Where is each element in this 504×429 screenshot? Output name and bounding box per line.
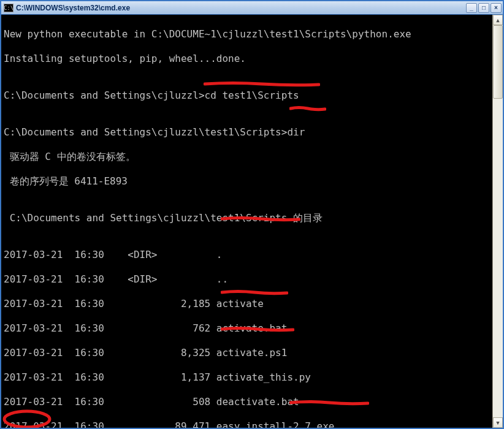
output-line: C:\Documents and Settings\cjluzzl\test1\… <box>4 212 503 224</box>
scroll-track[interactable] <box>493 25 503 417</box>
cmd-window: C:\ C:\WINDOWS\system32\cmd.exe _ □ × Ne… <box>0 0 504 429</box>
minimize-button[interactable]: _ <box>466 3 477 13</box>
window-controls: _ □ × <box>466 3 502 13</box>
scroll-down-button[interactable]: ▼ <box>493 417 503 428</box>
output-line: 2017-03-21 16:30 <DIR> .. <box>4 273 503 286</box>
cmd-icon: C:\ <box>4 4 13 12</box>
scroll-up-button[interactable]: ▲ <box>493 15 503 25</box>
output-line: 2017-03-21 16:30 <DIR> . <box>4 249 503 261</box>
output-line: 2017-03-21 16:30 1,137 activate_this.py <box>4 371 503 384</box>
titlebar[interactable]: C:\ C:\WINDOWS\system32\cmd.exe _ □ × <box>1 1 503 15</box>
output-line: 2017-03-21 16:30 762 activate.bat <box>4 322 503 335</box>
maximize-button[interactable]: □ <box>478 3 489 13</box>
output-line: 2017-03-21 16:30 8,325 activate.ps1 <box>4 347 503 359</box>
output-line: 2017-03-21 16:30 508 deactivate.bat <box>4 396 503 408</box>
output-line: Installing setuptools, pip, wheel...done… <box>4 53 503 65</box>
output-line: C:\Documents and Settings\cjluzzl\test1\… <box>4 126 503 139</box>
terminal-client-area[interactable]: New python executable in C:\DOCUME~1\cjl… <box>1 15 503 428</box>
vertical-scrollbar[interactable]: ▲ ▼ <box>492 15 503 428</box>
output-line: C:\Documents and Settings\cjluzzl>cd tes… <box>4 89 503 102</box>
terminal-output: New python executable in C:\DOCUME~1\cjl… <box>1 15 503 428</box>
output-line: New python executable in C:\DOCUME~1\cjl… <box>4 28 503 40</box>
window-title: C:\WINDOWS\system32\cmd.exe <box>16 4 466 12</box>
output-line: 卷的序列号是 6411-E893 <box>4 175 503 188</box>
close-button[interactable]: × <box>491 3 502 13</box>
output-line: 2017-03-21 16:30 89,471 easy_install-2.7… <box>4 420 503 428</box>
output-line: 驱动器 C 中的卷没有标签。 <box>4 151 503 163</box>
output-line: 2017-03-21 16:30 2,185 activate <box>4 298 503 310</box>
scroll-thumb[interactable] <box>493 25 503 99</box>
